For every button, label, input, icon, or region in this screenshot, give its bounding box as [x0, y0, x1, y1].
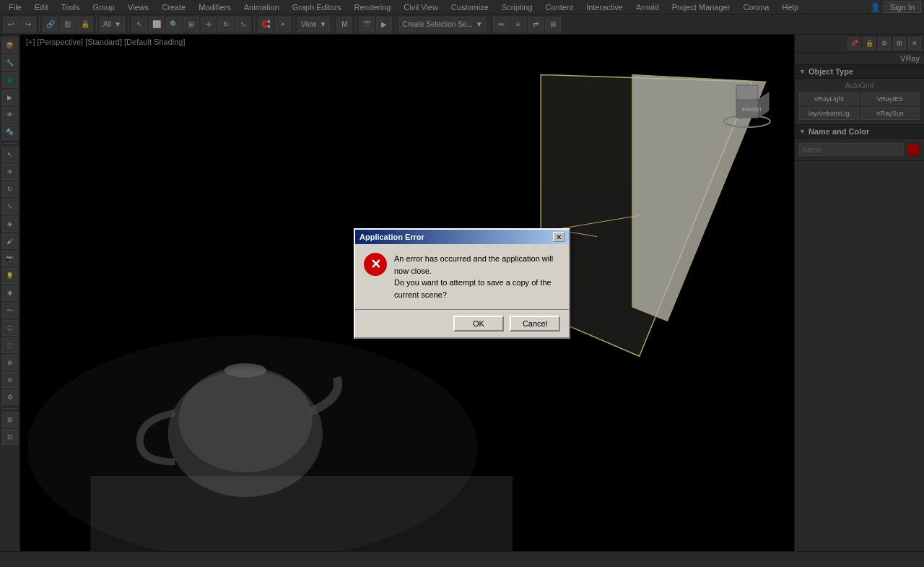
application-error-dialog: Application Error ✕ ✕ An error has occur… — [354, 228, 570, 339]
dialog-error-icon: ✕ — [364, 253, 387, 276]
dialog-overlay: Application Error ✕ ✕ An error has occur… — [0, 0, 924, 567]
dialog-body: ✕ An error has occurred and the applicat… — [355, 244, 569, 309]
dialog-message-line2: Do you want to attempt to save a copy of… — [394, 277, 560, 300]
dialog-title: Application Error — [359, 233, 424, 241]
dialog-cancel-button[interactable]: Cancel — [510, 316, 560, 332]
dialog-message-line1: An error has occurred and the applicatio… — [394, 253, 560, 277]
dialog-titlebar: Application Error ✕ — [355, 230, 569, 244]
dialog-ok-button[interactable]: OK — [453, 316, 504, 332]
dialog-close-button[interactable]: ✕ — [553, 232, 565, 242]
dialog-message: An error has occurred and the applicatio… — [394, 253, 560, 300]
dialog-buttons: OK Cancel — [355, 309, 569, 337]
